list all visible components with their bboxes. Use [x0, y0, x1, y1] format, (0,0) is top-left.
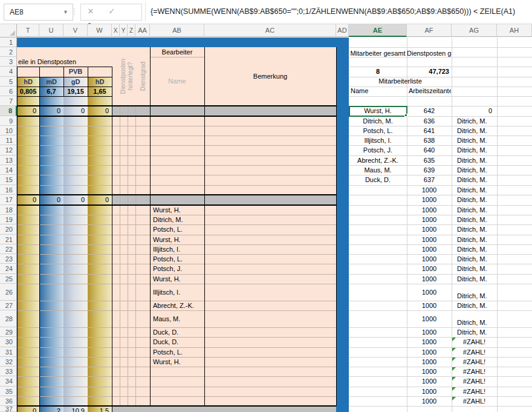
- row-header-25[interactable]: 25: [0, 274, 17, 284]
- arbeitszeit-cell[interactable]: 1000: [407, 387, 452, 396]
- bearbeiter-name-cell[interactable]: Wurst, H.: [153, 274, 201, 284]
- row-header-9[interactable]: 9: [0, 116, 17, 126]
- row-header-10[interactable]: 10: [0, 126, 17, 136]
- error-cell[interactable]: #ZAHL!: [452, 367, 497, 376]
- bearbeiter-ref-cell[interactable]: Ditrich, M.: [457, 136, 496, 145]
- bearbeiter-ref-cell[interactable]: Ditrich, M.: [457, 254, 496, 264]
- row-header-29[interactable]: 29: [0, 327, 17, 337]
- column-header-AG[interactable]: AG: [452, 24, 497, 37]
- arbeitszeit-cell[interactable]: 1000: [407, 367, 452, 376]
- column-header-V[interactable]: V: [63, 24, 88, 37]
- arbeitszeit-cell[interactable]: 1000: [407, 244, 452, 254]
- row-header-12[interactable]: 12: [0, 145, 17, 155]
- bearbeiter-name-cell[interactable]: Wurst, H.: [153, 235, 201, 244]
- arbeitszeit-cell[interactable]: 635: [407, 155, 452, 165]
- formula-input[interactable]: {=WENN(SUMME(WENN(AB$9:AB$650="";0;1/ZÄH…: [151, 0, 530, 23]
- arbeitszeit-cell[interactable]: 641: [407, 126, 452, 136]
- arbeitszeit-cell[interactable]: 1000: [407, 337, 452, 347]
- column-header-W[interactable]: W: [88, 24, 112, 37]
- row-header-1[interactable]: 1: [0, 38, 17, 47]
- row-header-26[interactable]: 26: [0, 284, 17, 301]
- band-value-cell[interactable]: 2: [39, 407, 60, 412]
- arbeitszeit-cell[interactable]: 1000: [407, 185, 452, 195]
- bearbeiter-ref-cell[interactable]: Ditrich, M.: [457, 327, 496, 337]
- row-header-18[interactable]: 18: [0, 205, 17, 215]
- bearbeiter-ref-cell[interactable]: Ditrich, M.: [457, 224, 496, 235]
- mitarbeiter-gesamt-value[interactable]: 8: [349, 67, 407, 76]
- row-header-36[interactable]: 36: [0, 396, 17, 406]
- bearbeiter-ref-cell[interactable]: Ditrich, M.: [457, 215, 496, 224]
- grade-value[interactable]: 19,15: [64, 87, 87, 96]
- bearbeiter-name-cell[interactable]: Potsch, L.: [153, 224, 201, 235]
- error-cell[interactable]: #ZAHL!: [452, 337, 497, 347]
- error-cell[interactable]: #ZAHL!: [452, 357, 497, 367]
- column-header-AH[interactable]: AH: [497, 24, 532, 37]
- column-header-AE[interactable]: AE: [349, 24, 407, 37]
- bearbeiter-ref-cell[interactable]: Ditrich, M.: [457, 165, 496, 175]
- arbeitszeit-cell[interactable]: 1000: [407, 254, 452, 264]
- mitarbeiter-name-cell[interactable]: Potsch, L.: [349, 126, 407, 136]
- bearbeiter-name-cell[interactable]: Maus, M.: [153, 310, 201, 327]
- grade-value[interactable]: 1,65: [88, 87, 111, 96]
- bearbeiter-ref-cell[interactable]: Ditrich, M.: [457, 301, 496, 310]
- bearbeiter-ref-cell[interactable]: Ditrich, M.: [457, 235, 496, 244]
- arbeitszeit-cell[interactable]: 1000: [407, 376, 452, 387]
- row-header-19[interactable]: 19: [0, 215, 17, 224]
- dienstposten-gesamt-value[interactable]: 47,723: [407, 67, 449, 76]
- grade-value[interactable]: 6,7: [40, 87, 63, 96]
- column-header-Y[interactable]: Y: [120, 24, 128, 37]
- row-header-6[interactable]: 6: [0, 87, 17, 96]
- arbeitszeit-cell[interactable]: 636: [407, 116, 452, 126]
- row-header-15[interactable]: 15: [0, 175, 17, 185]
- arbeitszeit-cell[interactable]: 1000: [407, 224, 452, 235]
- mitarbeiter-name-cell[interactable]: Potsch, J.: [349, 145, 407, 155]
- row-header-17[interactable]: 17: [0, 195, 17, 205]
- band-value-cell[interactable]: 0: [17, 407, 36, 412]
- row-header-27[interactable]: 27: [0, 301, 17, 310]
- bearbeiter-name-cell[interactable]: Potsch, L.: [153, 347, 201, 357]
- row-header-30[interactable]: 30: [0, 337, 17, 347]
- bearbeiter-ref-cell[interactable]: Ditrich, M.: [457, 155, 496, 165]
- bearbeiter-ref-cell[interactable]: Ditrich, M.: [457, 205, 496, 215]
- band-value-cell[interactable]: 1,5: [88, 407, 109, 412]
- mitarbeiter-name-cell[interactable]: Duck, D.: [349, 175, 407, 185]
- bearbeiter-name-cell[interactable]: Potsch, L.: [153, 254, 201, 264]
- mitarbeiter-name-cell[interactable]: Illjitsch, I.: [349, 136, 407, 145]
- enter-icon[interactable]: ✓: [102, 4, 122, 19]
- bearbeiter-ref-cell[interactable]: Ditrich, M.: [457, 116, 496, 126]
- selected-cell-AE8[interactable]: [349, 106, 407, 117]
- arbeitszeit-cell[interactable]: 1000: [407, 274, 452, 284]
- bearbeiter-name-cell[interactable]: Potsch, J.: [153, 264, 201, 274]
- row-header-37[interactable]: 37: [0, 406, 17, 412]
- bearbeiter-name-cell[interactable]: Illjitsch, I.: [153, 284, 201, 301]
- row-header-20[interactable]: 20: [0, 224, 17, 235]
- arbeitszeit-cell[interactable]: 1000: [407, 396, 452, 406]
- name-box-dropdown-icon[interactable]: ▼: [63, 4, 68, 20]
- arbeitszeit-cell[interactable]: 1000: [407, 215, 452, 224]
- arbeitszeit-cell[interactable]: 1000: [407, 347, 452, 357]
- band-value-cell[interactable]: 0: [88, 106, 109, 115]
- row-header-21[interactable]: 21: [0, 235, 17, 244]
- bearbeiter-ref-cell[interactable]: Ditrich, M.: [457, 264, 496, 274]
- band-value-cell[interactable]: 0: [17, 106, 36, 115]
- error-cell[interactable]: #ZAHL!: [452, 376, 497, 387]
- band-value-cell[interactable]: 0: [39, 195, 60, 204]
- arbeitszeit-cell[interactable]: 1000: [407, 195, 452, 205]
- column-header-AF[interactable]: AF: [407, 24, 452, 37]
- row-header-7[interactable]: 7: [0, 96, 17, 106]
- arbeitszeit-cell[interactable]: 638: [407, 136, 452, 145]
- bearbeiter-ref-cell[interactable]: Ditrich, M.: [457, 145, 496, 155]
- arbeitszeit-cell[interactable]: 1000: [407, 264, 452, 274]
- name-box[interactable]: AE8 ▼: [4, 4, 73, 21]
- row-header-13[interactable]: 13: [0, 155, 17, 165]
- band-value-cell[interactable]: 10,9: [63, 407, 85, 412]
- bearbeiter-ref-cell[interactable]: Ditrich, M.: [457, 318, 496, 327]
- arbeitszeit-cell[interactable]: 1000: [407, 357, 452, 367]
- bearbeiter-ref-cell[interactable]: Ditrich, M.: [457, 126, 496, 136]
- row-header-3[interactable]: 3: [0, 57, 17, 67]
- bearbeiter-ref-cell[interactable]: Ditrich, M.: [457, 291, 496, 301]
- error-cell[interactable]: #ZAHL!: [452, 347, 497, 357]
- bearbeiter-name-cell[interactable]: Duck, D.: [153, 327, 201, 337]
- row-header-16[interactable]: 16: [0, 185, 17, 195]
- row-header-33[interactable]: 33: [0, 367, 17, 376]
